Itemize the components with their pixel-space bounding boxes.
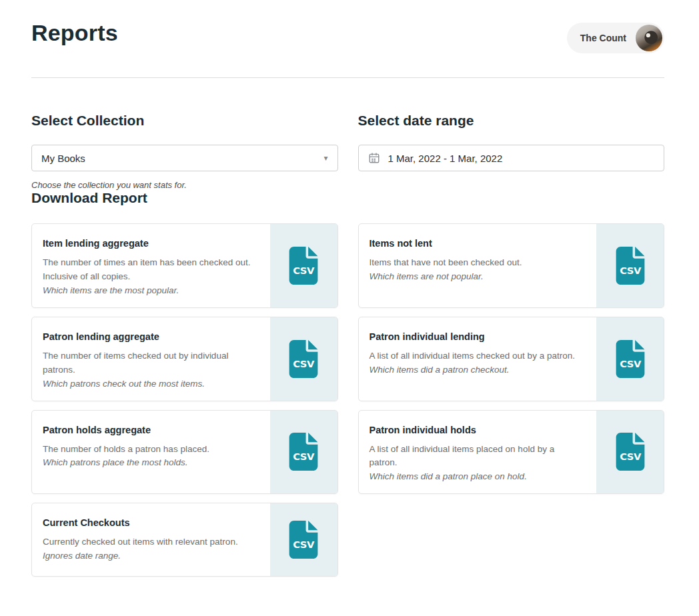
date-range-heading: Select date range — [358, 113, 665, 129]
download-report-heading: Download Report — [31, 190, 664, 206]
page-container: Reports The Count Select Collection My B… — [31, 0, 664, 577]
csv-file-icon: CSV — [289, 433, 318, 471]
report-description: Currently checked out items with relevan… — [43, 535, 257, 549]
report-note: Which items did a patron place on hold. — [370, 470, 584, 484]
report-card-body: Items not lent Items that have not been … — [359, 224, 597, 307]
report-description: A list of all individual items checked o… — [370, 349, 584, 363]
report-note: Which items are the most popular. — [43, 284, 257, 298]
filters-row: Select Collection My Books ▾ Choose the … — [31, 113, 664, 190]
report-title: Current Checkouts — [43, 517, 257, 528]
report-description: The number of holds a patron has placed. — [43, 443, 257, 457]
svg-text:CSV: CSV — [620, 358, 642, 369]
svg-text:CSV: CSV — [293, 265, 315, 276]
user-name-label: The Count — [580, 33, 626, 43]
page-header: Reports The Count — [31, 0, 664, 53]
report-download-card[interactable]: Item lending aggregate The number of tim… — [31, 223, 338, 308]
report-title: Patron individual holds — [370, 425, 584, 435]
csv-file-icon: CSV — [289, 521, 318, 559]
report-title: Patron individual lending — [370, 331, 584, 342]
report-download-card[interactable]: Patron individual lending A list of all … — [358, 317, 665, 401]
report-title: Item lending aggregate — [43, 238, 257, 249]
collection-selected-value: My Books — [41, 153, 318, 164]
report-grid: Item lending aggregate The number of tim… — [31, 223, 664, 577]
svg-text:CSV: CSV — [620, 451, 642, 463]
svg-text:CSV: CSV — [620, 265, 642, 276]
date-range-input[interactable]: 1 Mar, 2022 - 1 Mar, 2022 — [358, 145, 665, 171]
user-avatar — [636, 25, 662, 51]
report-card-body: Patron holds aggregate The number of hol… — [32, 411, 270, 494]
page-title: Reports — [31, 20, 118, 46]
report-download-card[interactable]: Items not lent Items that have not been … — [358, 223, 665, 308]
report-card-body: Current Checkouts Currently checked out … — [32, 503, 270, 576]
csv-file-icon: CSV — [616, 247, 645, 285]
calendar-icon — [368, 152, 380, 164]
csv-file-icon: CSV — [616, 340, 645, 378]
csv-file-icon: CSV — [289, 340, 318, 378]
report-card-body: Patron individual holds A list of all in… — [359, 411, 597, 494]
report-description: Items that have not been checked out. — [370, 256, 584, 270]
report-description: A list of all individual items placed on… — [370, 443, 584, 471]
report-note: Which items did a patron checkout. — [370, 363, 584, 377]
report-download-card[interactable]: Patron individual holds A list of all in… — [358, 410, 665, 495]
csv-download-button[interactable]: CSV — [596, 411, 664, 494]
report-description: The number of items checked out by indiv… — [43, 349, 257, 377]
svg-text:CSV: CSV — [293, 358, 315, 369]
report-description: The number of times an item has been che… — [43, 256, 257, 284]
collection-select[interactable]: My Books ▾ — [31, 145, 338, 171]
csv-file-icon: CSV — [616, 433, 645, 471]
collection-heading: Select Collection — [31, 113, 338, 129]
csv-download-button[interactable]: CSV — [596, 317, 664, 401]
report-note: Which items are not popular. — [370, 270, 584, 284]
report-title: Patron lending aggregate — [43, 331, 257, 342]
user-menu-button[interactable]: The Count — [567, 23, 664, 53]
csv-download-button[interactable]: CSV — [270, 411, 337, 494]
report-title: Patron holds aggregate — [43, 425, 257, 435]
date-range-value: 1 Mar, 2022 - 1 Mar, 2022 — [388, 153, 655, 164]
svg-text:CSV: CSV — [293, 539, 315, 551]
chevron-down-icon: ▾ — [323, 153, 327, 163]
report-card-body: Item lending aggregate The number of tim… — [32, 224, 270, 307]
report-title: Items not lent — [370, 238, 584, 249]
report-download-card[interactable]: Patron holds aggregate The number of hol… — [31, 410, 338, 495]
csv-download-button[interactable]: CSV — [596, 224, 664, 307]
collection-filter: Select Collection My Books ▾ Choose the … — [31, 113, 338, 190]
report-card-body: Patron individual lending A list of all … — [359, 317, 597, 401]
svg-text:CSV: CSV — [293, 451, 315, 463]
csv-download-button[interactable]: CSV — [270, 503, 337, 576]
header-divider — [31, 77, 664, 78]
report-download-card[interactable]: Current Checkouts Currently checked out … — [31, 503, 338, 577]
csv-download-button[interactable]: CSV — [270, 317, 337, 401]
report-note: Which patrons check out the most items. — [43, 377, 257, 391]
report-download-card[interactable]: Patron lending aggregate The number of i… — [31, 317, 338, 401]
date-range-filter: Select date range — [358, 113, 665, 190]
collection-help-text: Choose the collection you want stats for… — [31, 180, 338, 190]
report-card-body: Patron lending aggregate The number of i… — [32, 317, 270, 401]
report-note: Ignores date range. — [43, 549, 257, 563]
report-note: Which patrons place the most holds. — [43, 456, 257, 470]
csv-download-button[interactable]: CSV — [270, 224, 337, 307]
csv-file-icon: CSV — [289, 247, 318, 285]
